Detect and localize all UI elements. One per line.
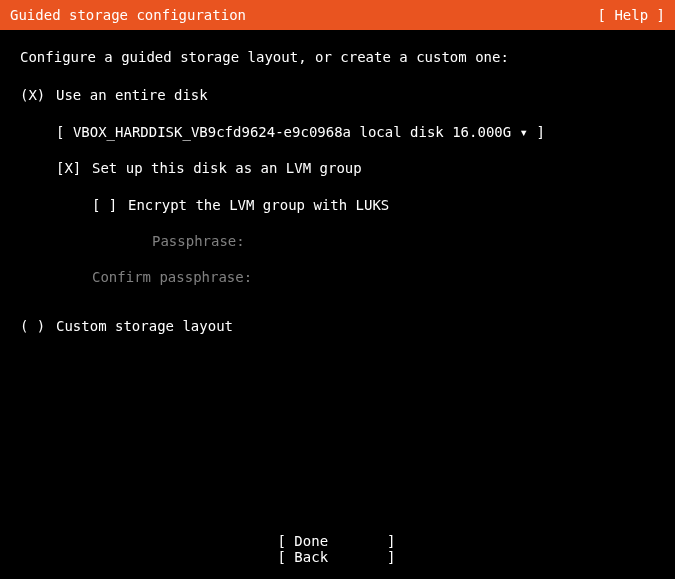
header-bar: Guided storage configuration [ Help ] bbox=[0, 0, 675, 30]
radio-marker-selected: (X) bbox=[20, 84, 56, 106]
radio-marker-unselected: ( ) bbox=[20, 315, 56, 337]
passphrase-label: Passphrase: bbox=[152, 233, 245, 249]
checkbox-label: Encrypt the LVM group with LUKS bbox=[128, 194, 389, 216]
disk-value: VBOX_HARDDISK_VB9cfd9624-e9c0968a local … bbox=[73, 124, 511, 140]
bracket-open: [ bbox=[56, 124, 64, 140]
checkbox-lvm[interactable]: [X] Set up this disk as an LVM group bbox=[56, 157, 655, 179]
checkbox-marker-unchecked: [ ] bbox=[92, 194, 128, 216]
done-button[interactable]: [ Done ] bbox=[278, 533, 398, 549]
instruction-text: Configure a guided storage layout, or cr… bbox=[20, 46, 655, 68]
disk-dropdown[interactable]: [ VBOX_HARDDISK_VB9cfd9624-e9c0968a loca… bbox=[56, 121, 655, 143]
confirm-passphrase-field: Confirm passphrase: bbox=[92, 266, 655, 288]
radio-label: Use an entire disk bbox=[56, 84, 208, 106]
confirm-passphrase-label: Confirm passphrase: bbox=[92, 269, 252, 285]
back-button[interactable]: [ Back ] bbox=[278, 549, 398, 565]
radio-custom-layout[interactable]: ( ) Custom storage layout bbox=[20, 315, 655, 337]
page-title: Guided storage configuration bbox=[10, 7, 246, 23]
checkbox-marker-checked: [X] bbox=[56, 157, 92, 179]
content-area: Configure a guided storage layout, or cr… bbox=[0, 30, 675, 353]
bracket-close: ] bbox=[536, 124, 544, 140]
radio-label: Custom storage layout bbox=[56, 315, 233, 337]
passphrase-field: Passphrase: bbox=[92, 230, 655, 252]
checkbox-label: Set up this disk as an LVM group bbox=[92, 157, 362, 179]
checkbox-encrypt[interactable]: [ ] Encrypt the LVM group with LUKS bbox=[92, 194, 655, 216]
chevron-down-icon: ▾ bbox=[520, 124, 528, 140]
help-button[interactable]: [ Help ] bbox=[598, 7, 665, 23]
radio-use-entire-disk[interactable]: (X) Use an entire disk bbox=[20, 84, 655, 106]
footer-actions: [ Done ] [ Back ] bbox=[0, 533, 675, 565]
